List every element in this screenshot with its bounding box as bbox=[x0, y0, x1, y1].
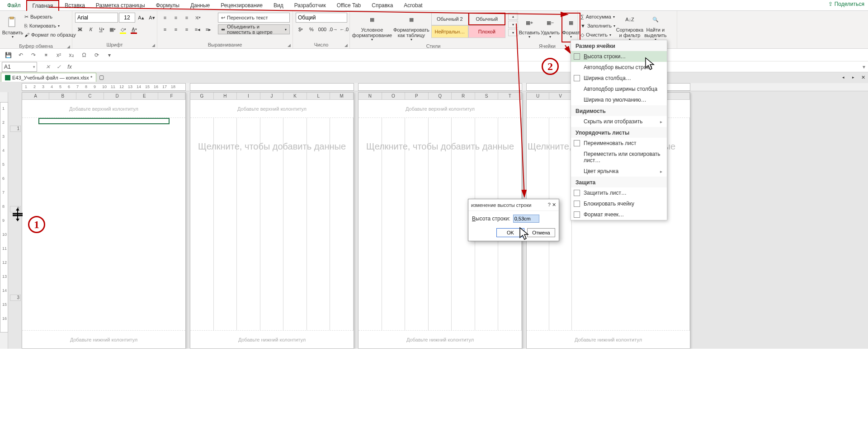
col-header[interactable]: H bbox=[214, 93, 237, 99]
undo-button[interactable]: ↶ bbox=[16, 51, 25, 60]
cancel-formula-button[interactable]: ✕ bbox=[42, 62, 53, 72]
header-area[interactable]: Добавьте верхний колонтитул bbox=[22, 100, 185, 118]
format-painter-button[interactable]: 🖌Формат по образцу bbox=[24, 31, 76, 39]
font-size-select[interactable] bbox=[119, 13, 135, 23]
tab-file[interactable]: Файл bbox=[2, 0, 26, 10]
percent-button[interactable]: % bbox=[307, 24, 316, 34]
col-header[interactable]: Q bbox=[429, 93, 452, 99]
tab-help[interactable]: Справка bbox=[366, 0, 398, 10]
tab-page-layout[interactable]: Разметка страницы bbox=[90, 0, 151, 10]
dialog-close-button[interactable]: ✕ bbox=[552, 202, 556, 207]
col-header[interactable]: U bbox=[527, 93, 549, 99]
save-button[interactable]: 💾 bbox=[4, 51, 13, 60]
align-center-button[interactable]: ≡ bbox=[171, 24, 181, 34]
insert-cells-button[interactable]: ▦+Вставить▾ bbox=[520, 13, 539, 42]
styles-scroll-up[interactable]: ▴ bbox=[508, 13, 518, 20]
format-as-table-button[interactable]: ▦ Форматировать как таблицу▾ bbox=[393, 13, 429, 42]
styles-scroll-down[interactable]: ▾ bbox=[508, 21, 518, 28]
col-header[interactable]: T bbox=[498, 93, 522, 99]
col-header[interactable]: N bbox=[359, 93, 382, 99]
sort-filter-button[interactable]: A↓ZСортировка и фильтр▾ bbox=[617, 13, 642, 42]
clipboard-launcher[interactable]: ◢ bbox=[67, 44, 70, 49]
col-header[interactable]: A bbox=[22, 93, 49, 99]
menu-autofit-column-width[interactable]: Автоподбор ширины столбца bbox=[571, 84, 667, 94]
header-area[interactable]: Добавьте верхний колонтитул bbox=[190, 100, 354, 118]
copy-button[interactable]: ⎘Копировать▾ bbox=[24, 22, 76, 30]
clear-button[interactable]: ◇Очистить▾ bbox=[580, 31, 615, 39]
col-header[interactable]: P bbox=[405, 93, 429, 99]
menu-default-width[interactable]: Ширина по умолчанию… bbox=[571, 94, 667, 105]
dialog-titlebar[interactable]: изменение высоты строки ? ✕ bbox=[468, 199, 559, 211]
subscript-button[interactable]: x₂ bbox=[67, 51, 76, 60]
symbol-button[interactable]: Ω bbox=[80, 51, 89, 60]
align-left-button[interactable]: ≡ bbox=[160, 24, 170, 34]
autosum-button[interactable]: ∑Автосумма▾ bbox=[580, 13, 615, 21]
col-header[interactable]: J bbox=[260, 93, 284, 99]
qat-customize[interactable]: ▾ bbox=[105, 51, 114, 60]
fill-button[interactable]: ▼Заполнить▾ bbox=[580, 22, 615, 30]
comma-button[interactable]: 000 bbox=[317, 24, 327, 34]
name-box[interactable]: A1▾ bbox=[2, 62, 37, 72]
menu-protect-sheet[interactable]: Защитить лист… bbox=[571, 187, 667, 198]
col-header[interactable]: C bbox=[76, 93, 104, 99]
menu-hide-unhide[interactable]: Скрыть или отобразить▸ bbox=[571, 116, 667, 127]
underline-button[interactable]: Ч▾ bbox=[97, 24, 107, 34]
menu-lock-cell[interactable]: Блокировать ячейку bbox=[571, 198, 667, 209]
accounting-format-button[interactable]: $▾ bbox=[296, 24, 306, 34]
cell-style-neutral[interactable]: Нейтральн… bbox=[431, 25, 468, 38]
orientation-button[interactable]: ⤭▾ bbox=[193, 13, 203, 23]
col-header[interactable]: S bbox=[475, 93, 499, 99]
col-header[interactable]: R bbox=[452, 93, 475, 99]
menu-move-copy-sheet[interactable]: Переместить или скопировать лист… bbox=[571, 149, 667, 166]
align-bottom-button[interactable]: ≡ bbox=[182, 13, 192, 23]
enter-formula-button[interactable]: ✓ bbox=[53, 62, 64, 72]
footer-area[interactable]: Добавьте нижний колонтитул bbox=[190, 330, 354, 348]
wrap-text-button[interactable]: ↩Переносить текст bbox=[218, 13, 290, 23]
menu-format-cells[interactable]: Формат ячеек… bbox=[571, 209, 667, 220]
bold-button[interactable]: Ж bbox=[75, 24, 85, 34]
col-header[interactable]: I bbox=[237, 93, 260, 99]
row-height-input[interactable] bbox=[513, 215, 539, 223]
footer-area[interactable]: Добавьте нижний колонтитул bbox=[359, 330, 522, 348]
superscript-button[interactable]: x² bbox=[54, 51, 63, 60]
tab-acrobat[interactable]: Acrobat bbox=[398, 0, 428, 10]
borders-button[interactable]: ▦▾ bbox=[108, 24, 118, 34]
col-header[interactable]: G bbox=[190, 93, 214, 99]
col-header[interactable]: F bbox=[158, 93, 185, 99]
decrease-font-button[interactable]: A▾ bbox=[147, 13, 157, 23]
tab-formulas[interactable]: Формулы bbox=[151, 0, 185, 10]
increase-font-button[interactable]: A▴ bbox=[136, 13, 146, 23]
col-header[interactable]: M bbox=[330, 93, 354, 99]
new-workbook-tab-button[interactable]: ▢ bbox=[96, 73, 106, 82]
number-launcher[interactable]: ◢ bbox=[344, 43, 348, 47]
tab-developer[interactable]: Разработчик bbox=[289, 0, 331, 10]
styles-more[interactable]: ▾ bbox=[508, 29, 518, 36]
row-header-3[interactable]: 3 bbox=[10, 295, 21, 301]
col-header[interactable]: V bbox=[549, 93, 572, 99]
tab-home[interactable]: Главная bbox=[26, 0, 60, 11]
refresh-button[interactable]: ⟳ bbox=[92, 51, 101, 60]
italic-button[interactable]: К bbox=[86, 24, 96, 34]
col-header[interactable]: L bbox=[307, 93, 330, 99]
wb-tab-scroll-left[interactable]: ◂ bbox=[838, 73, 848, 82]
formula-bar-expand[interactable]: ▾ bbox=[860, 64, 868, 70]
tab-view[interactable]: Вид bbox=[268, 0, 289, 10]
share-button[interactable]: ⇪ Поделиться bbox=[828, 1, 864, 7]
col-header[interactable]: O bbox=[382, 93, 406, 99]
page-body[interactable]: Щелкните, чтобы добавить данные bbox=[190, 118, 354, 330]
delete-cells-button[interactable]: ▦−Удалить▾ bbox=[541, 13, 560, 42]
cell-style-normal[interactable]: Обычный bbox=[468, 13, 505, 25]
decrease-decimal-button[interactable]: ←.0 bbox=[339, 24, 349, 34]
col-header[interactable]: K bbox=[283, 93, 307, 99]
menu-rename-sheet[interactable]: Переименовать лист bbox=[571, 138, 667, 149]
alignment-launcher[interactable]: ◢ bbox=[288, 43, 291, 47]
font-launcher[interactable]: ◢ bbox=[152, 43, 155, 47]
formula-input[interactable] bbox=[79, 62, 860, 72]
cut-button[interactable]: ✂Вырезать bbox=[24, 13, 76, 21]
align-top-button[interactable]: ≡ bbox=[160, 13, 170, 23]
merge-center-button[interactable]: ⬌Объединить и поместить в центре▾ bbox=[218, 24, 290, 34]
find-select-button[interactable]: 🔍Найти и выделить▾ bbox=[644, 13, 667, 42]
fill-color-button[interactable]: ◇▾ bbox=[118, 24, 128, 34]
selected-cell-a1[interactable] bbox=[38, 118, 170, 124]
align-right-button[interactable]: ≡ bbox=[182, 24, 192, 34]
